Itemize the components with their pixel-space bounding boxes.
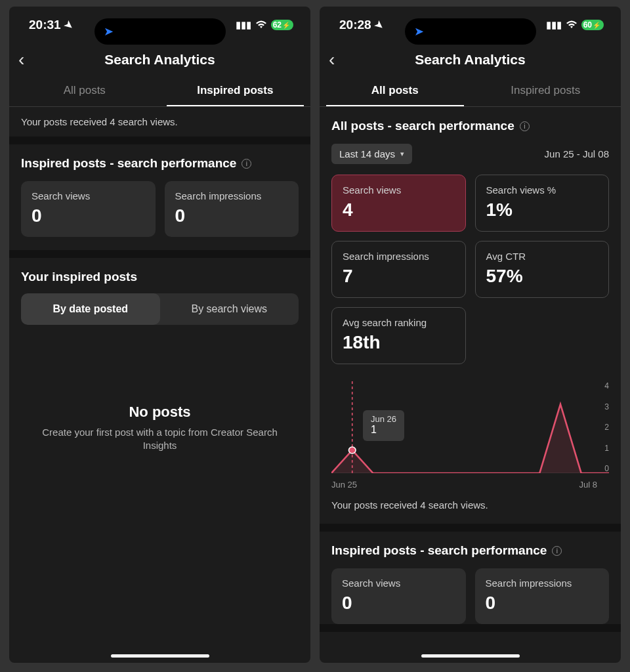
section-title: All posts - search performance [331,119,514,133]
metric-label: Search impressions [343,251,455,262]
metric-value: 0 [175,205,289,226]
metric-search-impressions[interactable]: Search impressions 7 [331,241,466,298]
cellular-icon: ▮▮▮ [236,19,251,31]
empty-title: No posts [41,404,279,421]
status-time: 20:31 [29,18,61,32]
section-title: Inspired posts - search performance [331,543,547,558]
location-icon: ➤ [62,18,76,32]
metric-search-views-pct[interactable]: Search views % 1% [475,175,610,232]
dynamic-island: ➤ [94,18,226,45]
x-axis-labels: Jun 25 Jul 8 [331,480,609,490]
wifi-icon [566,20,578,31]
cellular-icon: ▮▮▮ [546,19,562,31]
metric-label: Search views % [486,184,598,196]
metric-value: 1% [486,200,598,220]
status-bar: 20:31 ➤ ➤ ▮▮▮ 62⚡ [9,7,310,43]
tab-inspired-posts[interactable]: Inspired posts [471,76,621,106]
empty-state: No posts Create your first post with a t… [21,325,299,453]
metric-label: Search views [32,190,145,201]
search-views-chart[interactable]: 4 3 2 1 0 Jun 26 1 [331,381,609,493]
home-indicator[interactable] [111,654,209,658]
all-posts-performance-section: All posts - search performance i Last 14… [320,107,621,532]
battery-indicator: 60⚡ [581,20,604,30]
nav-app-icon: ➤ [414,24,424,39]
tabs: All posts Inspired posts [320,76,621,107]
your-inspired-posts-section: Your inspired posts By date posted By se… [9,258,310,453]
wifi-icon [255,20,267,31]
back-button[interactable]: ‹ [18,49,24,70]
status-bar: 20:28 ➤ ➤ ▮▮▮ 60⚡ [320,7,621,43]
tab-all-posts[interactable]: All posts [9,76,160,106]
status-time: 20:28 [339,18,371,32]
svg-point-2 [348,447,356,453]
metric-label: Search impressions [486,578,599,589]
navbar: ‹ Search Analytics [320,43,621,76]
metric-value: 57% [486,266,598,287]
page-title: Search Analytics [320,52,621,68]
section-title: Your inspired posts [21,270,137,284]
navbar: ‹ Search Analytics [9,43,310,76]
metric-search-views[interactable]: Search views 0 [331,568,466,624]
info-icon[interactable]: i [520,121,530,131]
metric-value: 0 [342,593,455,614]
chart-tooltip: Jun 26 1 [363,410,404,441]
date-range-dropdown[interactable]: Last 14 days ▾ [331,144,412,164]
metric-search-views[interactable]: Search views 4 [331,175,466,232]
screen-all-posts: 20:28 ➤ ➤ ▮▮▮ 60⚡ ‹ Search Analytics All… [320,7,621,663]
tab-inspired-posts[interactable]: Inspired posts [160,76,311,106]
screen-inspired-posts: 20:31 ➤ ➤ ▮▮▮ 62⚡ ‹ Search Analytics All… [9,7,310,663]
metric-value: 0 [32,205,145,226]
empty-subtitle: Create your first post with a topic from… [41,426,279,453]
back-button[interactable]: ‹ [329,49,335,70]
metric-label: Search views [343,184,455,196]
tab-all-posts[interactable]: All posts [320,76,471,106]
y-axis-ticks: 4 3 2 1 0 [604,381,609,473]
metric-value: 18th [343,332,455,353]
nav-app-icon: ➤ [104,24,114,39]
tooltip-date: Jun 26 [371,414,396,424]
inspired-performance-section: Inspired posts - search performance i Se… [320,532,621,632]
summary-caption: Your posts received 4 search views. [9,107,310,144]
dynamic-island: ➤ [405,18,536,45]
metric-label: Avg CTR [486,251,598,262]
metric-label: Avg search ranking [343,317,455,328]
metric-value: 7 [343,266,455,287]
inspired-performance-section: Inspired posts - search performance i Se… [9,144,310,258]
sort-segmented-control: By date posted By search views [21,293,299,325]
page-title: Search Analytics [9,52,310,68]
metric-avg-ctr[interactable]: Avg CTR 57% [475,241,610,298]
dropdown-label: Last 14 days [339,148,395,159]
location-icon: ➤ [372,18,387,32]
metric-value: 0 [486,593,599,614]
date-range-text: Jun 25 - Jul 08 [545,148,609,159]
battery-indicator: 62⚡ [271,20,293,30]
metric-label: Search views [342,578,455,589]
chevron-down-icon: ▾ [400,150,404,158]
sort-by-date[interactable]: By date posted [21,293,160,325]
tooltip-value: 1 [371,424,396,436]
metric-avg-search-ranking[interactable]: Avg search ranking 18th [331,307,466,364]
metric-search-impressions[interactable]: Search impressions 0 [165,181,299,237]
info-icon[interactable]: i [552,546,562,556]
tabs: All posts Inspired posts [9,76,310,107]
section-title: Inspired posts - search performance [21,156,236,171]
metric-value: 4 [343,200,455,220]
info-icon[interactable]: i [242,159,251,169]
summary-caption: Your posts received 4 search views. [331,493,609,511]
home-indicator[interactable] [421,654,520,658]
metric-label: Search impressions [175,190,289,201]
metric-search-views[interactable]: Search views 0 [21,181,156,237]
metric-search-impressions[interactable]: Search impressions 0 [475,568,610,624]
sort-by-search-views[interactable]: By search views [160,293,299,325]
